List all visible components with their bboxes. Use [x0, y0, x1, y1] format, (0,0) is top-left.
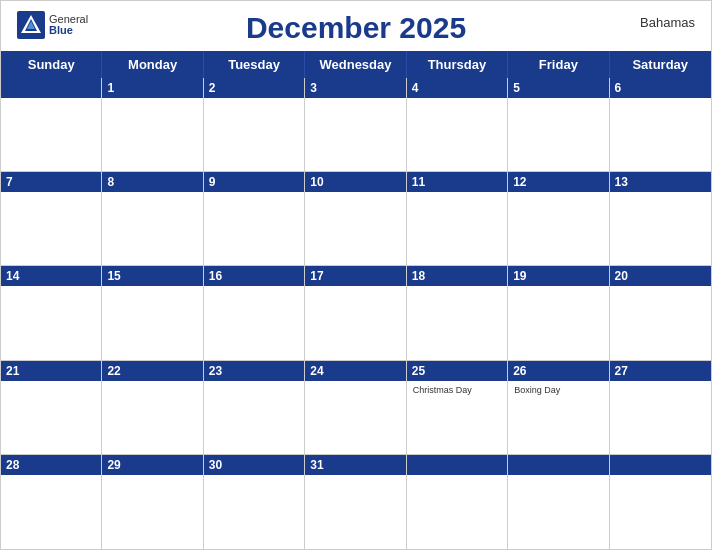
cell-date-header: 25 — [407, 361, 507, 381]
cell-date-number: 18 — [412, 269, 425, 283]
cell-date-number: 17 — [310, 269, 323, 283]
calendar-cell — [407, 455, 508, 549]
cell-date-header: 29 — [102, 455, 202, 475]
calendar-cell — [610, 455, 711, 549]
calendar-header: General Blue December 2025 Bahamas — [1, 1, 711, 51]
cell-date-header: 10 — [305, 172, 405, 192]
cell-date-header: 8 — [102, 172, 202, 192]
cell-body — [204, 475, 304, 549]
cell-date-header: 19 — [508, 266, 608, 286]
cell-body — [1, 381, 101, 454]
calendar-cell: 29 — [102, 455, 203, 549]
calendar-cell: 16 — [204, 266, 305, 360]
cell-date-number: 7 — [6, 175, 13, 189]
cell-date-header: 3 — [305, 78, 405, 98]
cell-body — [508, 475, 608, 549]
calendar-cell: 13 — [610, 172, 711, 266]
header-saturday: Saturday — [610, 51, 711, 78]
cell-date-header: 14 — [1, 266, 101, 286]
week-row-4: 2122232425Christmas Day26Boxing Day27 — [1, 361, 711, 455]
cell-date-header: 11 — [407, 172, 507, 192]
cell-date-header: 22 — [102, 361, 202, 381]
cell-date-header: 24 — [305, 361, 405, 381]
calendar-cell: 30 — [204, 455, 305, 549]
cell-body — [1, 98, 101, 171]
calendar-cell: 9 — [204, 172, 305, 266]
cell-date-header: 21 — [1, 361, 101, 381]
calendar-cell: 1 — [102, 78, 203, 172]
cell-date-number: 16 — [209, 269, 222, 283]
calendar-cell: 2 — [204, 78, 305, 172]
cell-date-number: 11 — [412, 175, 425, 189]
cell-date-header: 12 — [508, 172, 608, 192]
calendar-cell: 26Boxing Day — [508, 361, 609, 455]
calendar-cell: 24 — [305, 361, 406, 455]
cell-body — [102, 475, 202, 549]
header-thursday: Thursday — [407, 51, 508, 78]
cell-date-number: 12 — [513, 175, 526, 189]
cell-date-number: 14 — [6, 269, 19, 283]
cell-body — [305, 286, 405, 359]
cell-body — [610, 475, 711, 549]
calendar-cell: 22 — [102, 361, 203, 455]
cell-body — [508, 192, 608, 265]
calendar-cell: 21 — [1, 361, 102, 455]
cell-body — [1, 286, 101, 359]
cell-date-number: 2 — [209, 81, 216, 95]
calendar-cell: 14 — [1, 266, 102, 360]
cell-body — [204, 192, 304, 265]
calendar-cell: 23 — [204, 361, 305, 455]
calendar-cell: 12 — [508, 172, 609, 266]
cell-date-header: 31 — [305, 455, 405, 475]
header-sunday: Sunday — [1, 51, 102, 78]
cell-body — [305, 381, 405, 454]
cell-date-number: 22 — [107, 364, 120, 378]
cell-body — [204, 98, 304, 171]
cell-body — [102, 286, 202, 359]
day-headers: Sunday Monday Tuesday Wednesday Thursday… — [1, 51, 711, 78]
cell-body — [610, 98, 711, 171]
cell-body: Boxing Day — [508, 381, 608, 454]
cell-date-number: 26 — [513, 364, 526, 378]
cell-body — [407, 475, 507, 549]
calendar-cell: 8 — [102, 172, 203, 266]
calendar-cell: 10 — [305, 172, 406, 266]
cell-date-number: 13 — [615, 175, 628, 189]
cell-date-number: 29 — [107, 458, 120, 472]
calendar-cell: 31 — [305, 455, 406, 549]
cell-body — [407, 286, 507, 359]
cell-date-number: 3 — [310, 81, 317, 95]
cell-body: Christmas Day — [407, 381, 507, 454]
calendar-cell: 7 — [1, 172, 102, 266]
logo-blue: Blue — [49, 25, 88, 36]
cell-body — [610, 192, 711, 265]
cell-date-number: 4 — [412, 81, 419, 95]
cell-date-number: 9 — [209, 175, 216, 189]
cell-date-header: 16 — [204, 266, 304, 286]
calendar-cell: 20 — [610, 266, 711, 360]
calendar-cell: 5 — [508, 78, 609, 172]
cell-date-header: 1 — [102, 78, 202, 98]
cell-date-number: 19 — [513, 269, 526, 283]
cell-date-header — [610, 455, 711, 475]
calendar-cell: 18 — [407, 266, 508, 360]
calendar-cell: 11 — [407, 172, 508, 266]
calendar-cell: 4 — [407, 78, 508, 172]
calendar-container: General Blue December 2025 Bahamas Sunda… — [0, 0, 712, 550]
country-label: Bahamas — [640, 15, 695, 30]
header-tuesday: Tuesday — [204, 51, 305, 78]
calendar-rows: 1234567891011121314151617181920212223242… — [1, 78, 711, 549]
calendar-cell: 19 — [508, 266, 609, 360]
cell-body — [305, 98, 405, 171]
calendar-cell: 17 — [305, 266, 406, 360]
cell-date-header: 28 — [1, 455, 101, 475]
calendar-cell: 25Christmas Day — [407, 361, 508, 455]
cell-date-header: 20 — [610, 266, 711, 286]
cell-body — [305, 475, 405, 549]
header-friday: Friday — [508, 51, 609, 78]
cell-date-header: 2 — [204, 78, 304, 98]
week-row-5: 28293031 — [1, 455, 711, 549]
cell-date-number: 6 — [615, 81, 622, 95]
cell-date-number: 5 — [513, 81, 520, 95]
logo-icon — [17, 11, 45, 39]
